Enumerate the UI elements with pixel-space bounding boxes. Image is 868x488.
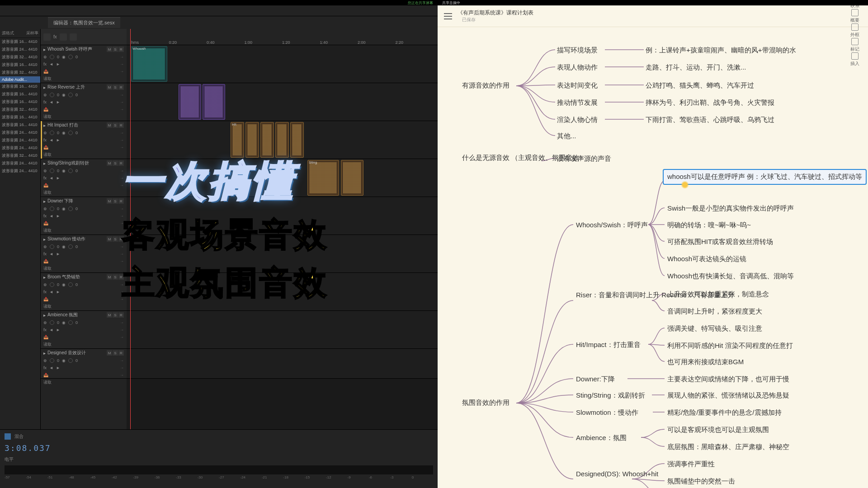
node-whoosh-var[interactable]: Whoosh也有快满长短、音调高低、混响等 [667,271,794,282]
file-row[interactable]: 波形音频 16... 4410 [0,61,40,69]
file-row[interactable]: 波形音频 24... 4410 [0,46,40,53]
timeline-lane[interactable] [127,273,438,311]
tool-btn[interactable] [70,33,77,41]
file-row[interactable]: 波形音频 24... 4410 [0,167,40,175]
node-sting[interactable]: Sting/String：戏剧转折 [576,390,645,401]
file-row[interactable]: 波形音频 24... 4410 [0,136,40,144]
node-desc-scene[interactable]: 描写环境场景 [557,45,598,56]
node-ex-time[interactable]: 公鸡打鸣、猫头鹰、蝉鸣、汽车开过 [646,80,754,91]
node-downer[interactable]: Downer:下降 [576,374,615,385]
timecode-display[interactable]: 3:08.037 [5,441,433,455]
track-header[interactable]: ▸Designed 音效设计MSR ⊕0◉0→ fx◄►→ 📤→ 读取 [41,349,127,379]
file-row[interactable]: 波形音频 32... 4410 [0,69,40,76]
timeline-lane[interactable] [127,197,438,235]
node-ds-1[interactable]: 强调事件严重性 [667,459,715,469]
track-panel: fx ▸Whoosh Swish 呼呼声MSR ⊕0◉0→ fx◄►→ 📤→ 读… [41,29,127,429]
track-toolbar[interactable]: fx [41,29,127,45]
timeline-lane[interactable] [127,235,438,273]
file-row[interactable]: 波形音频 32... 4410 [0,106,40,113]
timeline-lane[interactable]: Hit [127,121,438,159]
node-ex-plot[interactable]: 摔杯为号、利刃出鞘、战争号角、火灾警报 [646,98,774,108]
node-riser-2[interactable]: 音调同时上升时，紧张程度更大 [667,306,762,317]
timeline-lane[interactable] [127,349,438,379]
track-header[interactable]: ▸Slowmotion 慢动作MSR ⊕0◉0→ fx◄►→ 📤→ 读取 [41,235,127,273]
node-atmo-role[interactable]: 氛围音效的作用 [462,398,509,408]
node-slowmo-1[interactable]: 精彩/危险/重要事件中的悬念/震撼加持 [667,408,782,418]
file-row[interactable]: 波形音频 24... 4410 [0,129,40,136]
node-hit-1[interactable]: 强调关键、特写镜头、吸引注意 [667,324,762,334]
file-row[interactable]: Adobe Audit... [0,76,40,83]
node-other[interactable]: 其他... [557,131,576,141]
node-ambience[interactable]: Ambience：氛围 [576,433,627,443]
file-row[interactable]: 波形音频 16... 4410 [0,113,40,121]
session-tab[interactable]: 编辑器：氛围音效一览.sesx [48,17,120,28]
node-amb-1[interactable]: 可以是客观环境也可以是主观氛围 [667,425,769,435]
node-hit-3[interactable]: 也可用来衔接或结束BGM [667,357,744,367]
track-header[interactable]: ▸Sting/String戏剧转折MSR ⊕0◉0→ fx◄►→ 📤→ 读取 [41,159,127,197]
file-row[interactable]: 波形音频 32... 4410 [0,152,40,160]
mindmap-canvas[interactable]: 有源音效的作用 描写环境场景 表现人物动作 表达时间变化 推动情节发展 渲染人物… [438,27,868,488]
node-ex-bell[interactable]: 例：上课铃声+孩童喧闹声、幽暗的风+带混响的水 [646,45,796,56]
node-slowmo[interactable]: Slowmotion：慢动作 [576,408,638,418]
timeline-lane[interactable]: Sting [127,159,438,197]
transport-panel: 混合 3:08.037 电平 -57-54-51-48-45-42-39-36-… [0,429,438,488]
node-source-role[interactable]: 有源音效的作用 [462,80,509,91]
files-panel[interactable]: 源格式 采样率 波形音频 16... 4410波形音频 24... 4410波形… [0,29,41,429]
node-hit-2[interactable]: 利用不同听感的Hit 渲染不同程度的任意打 [667,341,793,351]
node-ds-2[interactable]: 氛围铺垫中的突然一击 [667,476,735,487]
track-header[interactable]: ▸Rise Reverse 上升MSR ⊕0◉0→ fx◄►→ 📤→ 读取 [41,83,127,121]
node-render-mood[interactable]: 渲染人物心情 [557,115,598,125]
node-hit[interactable]: Hit/Impact：打击重音 [576,340,641,350]
playhead[interactable] [130,29,131,429]
file-row[interactable]: 波形音频 16... 4410 [0,98,40,106]
xmind-window: 《有声后期系统课》课程计划表 已保存 主题子主题联系概要外框标记插入 有源音效的… [438,0,868,488]
node-downer-1[interactable]: 主要表达空间或情绪的下降，也可用于慢 [667,374,789,385]
node-clear-trans[interactable]: 明确的转场：嗖~唰~咻~呜~ [667,220,751,230]
mindmap-connectors [438,27,868,488]
share-audio-indicator: 共享音频中 [442,0,460,5]
node-amb-2[interactable]: 底层氛围：黑暗森林、庄严肃穆、神秘空 [667,442,789,452]
timeline-lane[interactable] [127,311,438,349]
toolbar-概要[interactable]: 概要 [848,9,862,23]
node-ex-mood[interactable]: 下雨打雷、莺歌燕语、心跳呼吸、乌鸦飞过 [646,115,774,125]
audition-menubar[interactable] [0,5,438,16]
file-row[interactable]: 波形音频 32... 4410 [0,53,40,61]
file-row[interactable]: 波形音频 16... 4410 [0,90,40,98]
node-time-change[interactable]: 表达时间变化 [557,80,598,91]
track-header[interactable]: ▸Broom 气势铺垫MSR ⊕0◉0→ fx◄►→ 📤→ 读取 [41,273,127,311]
track-header[interactable]: ▸Ambience 氛围MSR ⊕0◉0→ fx◄►→ 📤→ 读取 [41,311,127,349]
mix-track-row[interactable]: 混合 [5,432,433,441]
timeline-area[interactable]: hms 0:20 0:40 1:00 1:20 1:40 2:00 2:20 W… [127,29,438,429]
files-header: 源格式 采样率 [0,29,40,38]
tool-btn[interactable] [60,33,67,41]
audition-window: 编辑器：氛围音效一览.sesx 源格式 采样率 波形音频 16... 4410波… [0,0,438,488]
node-designed[interactable]: Designed(DS): Whoosh+hit [576,469,658,479]
file-row[interactable]: 波形音频 16... 4410 [0,38,40,46]
file-row[interactable]: 波形音频 16... 4410 [0,83,40,90]
share-screen-indicator: 您正在共享屏幕 [408,0,433,5]
node-ex-walk[interactable]: 走路、打斗、运动、开门、洗漱... [646,62,746,73]
node-swish-desc[interactable]: Swish一般是小型的真实物件发出的呼呼声 [667,203,794,214]
node-sting-1[interactable]: 展现人物的紧张、慌张情绪以及恐怖悬疑 [667,390,789,401]
file-row[interactable]: 波形音频 16... 4410 [0,121,40,129]
node-whoosh[interactable]: Whoosh/Swish：呼呼声 [576,220,648,230]
timeline-lane[interactable] [127,83,438,121]
node-whoosh-selected[interactable]: whoosh可以是任意呼呼声 例：火球飞过、汽车驶过、招式挥动等 [663,169,867,185]
file-row[interactable]: 波形音频 24... 4410 [0,144,40,152]
timeline-lane[interactable]: Whoosh [127,45,438,83]
tool-btn[interactable] [43,33,51,41]
node-show-action[interactable]: 表现人物动作 [557,62,598,73]
time-ruler[interactable]: hms 0:20 0:40 1:00 1:20 1:40 2:00 2:20 [127,29,438,45]
audition-tabbar: 编辑器：氛围音效一览.sesx [0,16,438,29]
node-riser-1[interactable]: 上升音效可以加重紧张，制造悬念 [667,289,769,300]
file-row[interactable]: 波形音频 24... 4410 [0,160,40,167]
hamburger-icon[interactable] [444,13,452,19]
track-header[interactable]: ▸Whoosh Swish 呼呼声MSR ⊕0◉0→ fx◄►→ 📤→ 读取 [41,45,127,83]
track-header[interactable]: ▸Downer 下降MSR ⊕0◉0→ fx◄►→ 📤→ 读取 [41,197,127,235]
node-nosource-a[interactable]: 没有发声源的声音 [557,154,611,164]
node-whoosh-cam[interactable]: Whoosh可表达镜头的运镜 [667,254,746,264]
node-pair-hit[interactable]: 可搭配氛围HIT或客观音效丝滑转场 [667,237,773,247]
meter-scale: -57-54-51-48-45-42-39-36-33-30-27-24-21-… [5,475,433,479]
track-header[interactable]: ▸Hit Impact 打击MSR ⊕0◉0→ fx◄►→ 📤→ 读取 [41,121,127,159]
node-push-plot[interactable]: 推动情节发展 [557,98,598,108]
